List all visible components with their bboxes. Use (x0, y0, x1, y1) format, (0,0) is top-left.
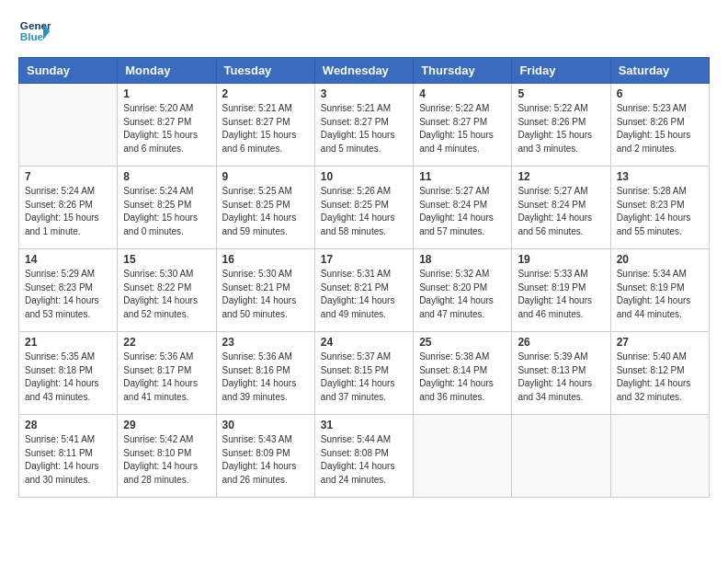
day-number: 21 (25, 336, 111, 349)
calendar-cell: 22Sunrise: 5:36 AMSunset: 8:17 PMDayligh… (118, 332, 216, 415)
day-info: Sunrise: 5:24 AMSunset: 8:26 PMDaylight:… (25, 185, 111, 238)
day-number: 2 (222, 87, 309, 100)
calendar-cell (610, 415, 709, 498)
week-row-4: 21Sunrise: 5:35 AMSunset: 8:18 PMDayligh… (19, 332, 710, 415)
week-row-1: 1Sunrise: 5:20 AMSunset: 8:27 PMDaylight… (19, 84, 710, 167)
day-number: 10 (321, 170, 407, 183)
calendar-cell: 23Sunrise: 5:36 AMSunset: 8:16 PMDayligh… (216, 332, 314, 415)
day-number: 4 (419, 87, 506, 100)
calendar-cell: 18Sunrise: 5:32 AMSunset: 8:20 PMDayligh… (414, 249, 512, 332)
day-number: 23 (222, 336, 309, 349)
weekday-header-thursday: Thursday (414, 58, 512, 84)
day-info: Sunrise: 5:36 AMSunset: 8:17 PMDaylight:… (123, 350, 210, 404)
calendar-cell: 12Sunrise: 5:27 AMSunset: 8:24 PMDayligh… (512, 167, 610, 249)
logo: General Blue (18, 15, 51, 48)
calendar-cell (414, 415, 512, 498)
day-number: 3 (321, 87, 407, 100)
day-number: 6 (617, 87, 703, 100)
day-number: 5 (518, 87, 604, 100)
day-number: 24 (321, 336, 407, 349)
day-info: Sunrise: 5:42 AMSunset: 8:10 PMDaylight:… (123, 433, 210, 487)
calendar-cell: 29Sunrise: 5:42 AMSunset: 8:10 PMDayligh… (118, 415, 216, 498)
day-number: 18 (419, 253, 506, 266)
day-info: Sunrise: 5:24 AMSunset: 8:25 PMDaylight:… (123, 185, 210, 238)
svg-text:Blue: Blue (20, 30, 44, 42)
calendar-cell: 10Sunrise: 5:26 AMSunset: 8:25 PMDayligh… (314, 167, 413, 249)
day-info: Sunrise: 5:31 AMSunset: 8:21 PMDaylight:… (321, 268, 407, 321)
day-info: Sunrise: 5:44 AMSunset: 8:08 PMDaylight:… (321, 433, 407, 487)
day-info: Sunrise: 5:37 AMSunset: 8:15 PMDaylight:… (321, 350, 407, 404)
day-number: 13 (617, 170, 703, 183)
day-info: Sunrise: 5:28 AMSunset: 8:23 PMDaylight:… (617, 185, 703, 238)
day-number: 29 (123, 419, 210, 431)
week-row-2: 7Sunrise: 5:24 AMSunset: 8:26 PMDaylight… (19, 167, 710, 249)
day-number: 15 (123, 253, 210, 266)
day-number: 8 (123, 170, 210, 183)
calendar-cell: 1Sunrise: 5:20 AMSunset: 8:27 PMDaylight… (118, 84, 216, 167)
day-info: Sunrise: 5:30 AMSunset: 8:22 PMDaylight:… (123, 268, 210, 321)
day-info: Sunrise: 5:30 AMSunset: 8:21 PMDaylight:… (222, 268, 309, 321)
day-info: Sunrise: 5:40 AMSunset: 8:12 PMDaylight:… (617, 350, 703, 404)
calendar-table: SundayMondayTuesdayWednesdayThursdayFrid… (18, 57, 710, 498)
calendar-cell: 26Sunrise: 5:39 AMSunset: 8:13 PMDayligh… (512, 332, 610, 415)
calendar-cell: 20Sunrise: 5:34 AMSunset: 8:19 PMDayligh… (610, 249, 709, 332)
calendar-cell: 14Sunrise: 5:29 AMSunset: 8:23 PMDayligh… (19, 249, 118, 332)
calendar-cell: 3Sunrise: 5:21 AMSunset: 8:27 PMDaylight… (314, 84, 413, 167)
day-info: Sunrise: 5:21 AMSunset: 8:27 PMDaylight:… (321, 102, 407, 155)
day-number: 11 (419, 170, 506, 183)
day-info: Sunrise: 5:35 AMSunset: 8:18 PMDaylight:… (25, 350, 111, 404)
day-info: Sunrise: 5:39 AMSunset: 8:13 PMDaylight:… (518, 350, 604, 404)
day-info: Sunrise: 5:22 AMSunset: 8:27 PMDaylight:… (419, 102, 506, 155)
calendar-cell: 31Sunrise: 5:44 AMSunset: 8:08 PMDayligh… (314, 415, 413, 498)
day-number: 31 (321, 419, 407, 431)
day-info: Sunrise: 5:26 AMSunset: 8:25 PMDaylight:… (321, 185, 407, 238)
day-info: Sunrise: 5:33 AMSunset: 8:19 PMDaylight:… (518, 268, 604, 321)
header: General Blue (18, 15, 710, 48)
day-number: 9 (222, 170, 309, 183)
day-info: Sunrise: 5:34 AMSunset: 8:19 PMDaylight:… (617, 268, 703, 321)
day-number: 20 (617, 253, 703, 266)
day-info: Sunrise: 5:36 AMSunset: 8:16 PMDaylight:… (222, 350, 309, 404)
calendar-cell: 21Sunrise: 5:35 AMSunset: 8:18 PMDayligh… (19, 332, 118, 415)
calendar-cell: 27Sunrise: 5:40 AMSunset: 8:12 PMDayligh… (610, 332, 709, 415)
day-info: Sunrise: 5:41 AMSunset: 8:11 PMDaylight:… (25, 433, 111, 487)
day-info: Sunrise: 5:27 AMSunset: 8:24 PMDaylight:… (419, 185, 506, 238)
calendar-cell: 19Sunrise: 5:33 AMSunset: 8:19 PMDayligh… (512, 249, 610, 332)
week-row-5: 28Sunrise: 5:41 AMSunset: 8:11 PMDayligh… (19, 415, 710, 498)
day-number: 19 (518, 253, 604, 266)
calendar-cell (19, 84, 118, 167)
calendar-cell: 6Sunrise: 5:23 AMSunset: 8:26 PMDaylight… (610, 84, 709, 167)
day-number: 26 (518, 336, 604, 349)
calendar-cell: 11Sunrise: 5:27 AMSunset: 8:24 PMDayligh… (414, 167, 512, 249)
day-number: 7 (25, 170, 111, 183)
weekday-header-friday: Friday (512, 58, 610, 84)
weekday-header-tuesday: Tuesday (216, 58, 314, 84)
day-number: 1 (123, 87, 210, 100)
day-info: Sunrise: 5:43 AMSunset: 8:09 PMDaylight:… (222, 433, 309, 487)
calendar-cell: 24Sunrise: 5:37 AMSunset: 8:15 PMDayligh… (314, 332, 413, 415)
calendar-cell: 13Sunrise: 5:28 AMSunset: 8:23 PMDayligh… (610, 167, 709, 249)
calendar-cell: 8Sunrise: 5:24 AMSunset: 8:25 PMDaylight… (118, 167, 216, 249)
calendar-cell: 2Sunrise: 5:21 AMSunset: 8:27 PMDaylight… (216, 84, 314, 167)
day-number: 25 (419, 336, 506, 349)
day-info: Sunrise: 5:32 AMSunset: 8:20 PMDaylight:… (419, 268, 506, 321)
day-info: Sunrise: 5:25 AMSunset: 8:25 PMDaylight:… (222, 185, 309, 238)
weekday-header-wednesday: Wednesday (314, 58, 413, 84)
week-row-3: 14Sunrise: 5:29 AMSunset: 8:23 PMDayligh… (19, 249, 710, 332)
logo-icon: General Blue (18, 15, 51, 48)
day-number: 27 (617, 336, 703, 349)
day-info: Sunrise: 5:27 AMSunset: 8:24 PMDaylight:… (518, 185, 604, 238)
weekday-header-row: SundayMondayTuesdayWednesdayThursdayFrid… (19, 58, 710, 84)
calendar-cell: 7Sunrise: 5:24 AMSunset: 8:26 PMDaylight… (19, 167, 118, 249)
calendar-cell: 4Sunrise: 5:22 AMSunset: 8:27 PMDaylight… (414, 84, 512, 167)
day-number: 22 (123, 336, 210, 349)
day-info: Sunrise: 5:20 AMSunset: 8:27 PMDaylight:… (123, 102, 210, 155)
day-number: 17 (321, 253, 407, 266)
day-info: Sunrise: 5:23 AMSunset: 8:26 PMDaylight:… (617, 102, 703, 155)
day-info: Sunrise: 5:38 AMSunset: 8:14 PMDaylight:… (419, 350, 506, 404)
calendar-cell: 30Sunrise: 5:43 AMSunset: 8:09 PMDayligh… (216, 415, 314, 498)
day-info: Sunrise: 5:22 AMSunset: 8:26 PMDaylight:… (518, 102, 604, 155)
day-info: Sunrise: 5:29 AMSunset: 8:23 PMDaylight:… (25, 268, 111, 321)
day-number: 14 (25, 253, 111, 266)
weekday-header-monday: Monday (118, 58, 216, 84)
